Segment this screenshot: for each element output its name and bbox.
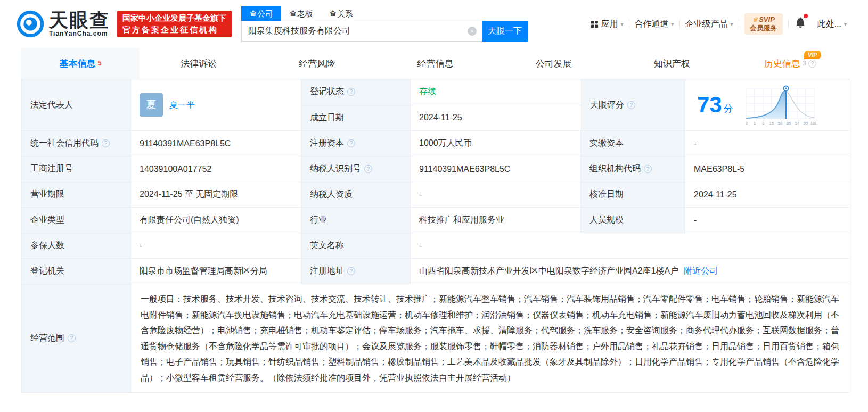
tab-business-risk[interactable]: 经营风险 xyxy=(258,48,376,79)
taxpayer-id-label-text: 纳税人识别号 xyxy=(310,163,361,175)
table-row: 法定代表人 夏 夏一平 登记状态 ? 存续 成立日期 2024-11 xyxy=(22,79,849,131)
field-taxpayer-id-value: 91140391MAE63P8L5C xyxy=(411,156,581,182)
cert-line2: 官方备案企业征信机构 xyxy=(122,24,226,36)
field-industry-value: 科技推广和应用服务业 xyxy=(411,208,581,233)
svg-text:15: 15 xyxy=(769,121,774,126)
clear-search-icon[interactable]: ✕ xyxy=(468,27,477,36)
tab-intellectual-property-label: 知识产权 xyxy=(654,57,690,70)
tab-legal-litigation-label: 法律诉讼 xyxy=(181,57,217,70)
tab-business-risk-label: 经营风险 xyxy=(299,57,335,70)
field-reg-authority-label: 登记机关 xyxy=(22,259,131,284)
apps-menu[interactable]: 应用 ▾ xyxy=(585,19,629,30)
help-icon[interactable]: ? xyxy=(102,139,110,147)
field-address-value: 山西省阳泉高新技术产业开发区中电阳泉数字经济产业园A2座1楼A户 附近公司 xyxy=(411,259,849,284)
vip-badge: VIP xyxy=(804,51,821,59)
tab-intellectual-property[interactable]: 知识产权 xyxy=(613,48,731,79)
field-credit-code-value: 91140391MAE63P8L5C xyxy=(131,131,301,156)
taxpayer-qual-value-text: - xyxy=(419,190,422,200)
svg-text:85: 85 xyxy=(787,121,791,126)
industry-label-text: 行业 xyxy=(310,215,327,226)
notification-dot xyxy=(804,14,808,18)
legal-rep-link[interactable]: 夏一平 xyxy=(169,100,195,111)
legal-rep-avatar[interactable]: 夏 xyxy=(140,93,163,117)
insured-label-text: 参保人数 xyxy=(30,240,64,251)
field-company-type-value: 有限责任公司(自然人独资) xyxy=(131,208,301,233)
tab-history-info-label: 历史信息 xyxy=(764,57,800,70)
search-tab-boss[interactable]: 查老板 xyxy=(281,6,321,21)
tianyancha-logo[interactable]: 天眼查 TianYanCha.com xyxy=(16,10,110,38)
establish-date-label-text: 成立日期 xyxy=(310,112,344,123)
paid-capital-label-text: 实缴资本 xyxy=(589,138,624,149)
notification-bell-button[interactable] xyxy=(789,17,812,31)
tab-basic-info[interactable]: 基本信息 5 xyxy=(21,48,140,79)
help-icon[interactable]: ? xyxy=(627,101,635,109)
field-reg-capital-label: 注册资本 ? xyxy=(301,131,411,156)
reg-status-label-text: 登记状态 xyxy=(310,86,344,97)
chevron-down-icon: ▾ xyxy=(672,21,674,27)
help-icon[interactable]: ? xyxy=(808,60,816,68)
field-industry-label: 行业 xyxy=(301,208,411,233)
enterprise-products-menu[interactable]: 企业级产品 ▾ xyxy=(680,19,739,30)
field-taxpayer-qual-value: - xyxy=(411,182,581,207)
field-taxpayer-qual-label: 纳税人资质 xyxy=(301,182,411,207)
table-row: 营业期限 2024-11-25 至 无固定期限 纳税人资质 - 核准日期 202… xyxy=(22,182,849,208)
bell-icon xyxy=(795,17,806,29)
field-staff-size-label: 人员规模 xyxy=(581,208,685,233)
tab-legal-litigation[interactable]: 法律诉讼 xyxy=(140,48,258,79)
table-row: 参保人数 - 英文名称 - xyxy=(22,233,849,259)
scope-label-text: 经营范围 xyxy=(30,333,64,344)
user-menu[interactable]: 此处... ▾ xyxy=(812,19,852,30)
reg-status-badge: 存续 xyxy=(419,86,436,97)
field-reg-authority-value: 阳泉市市场监督管理局高新区分局 xyxy=(131,259,301,284)
brand-domain: TianYanCha.com xyxy=(49,30,110,37)
help-icon[interactable]: ? xyxy=(347,267,355,275)
svip-service-label: 会员服务 xyxy=(750,24,777,32)
field-reg-number-value: 14039100A017752 xyxy=(131,156,301,182)
help-icon[interactable]: ? xyxy=(347,139,355,147)
cooperation-menu[interactable]: 合作通道 ▾ xyxy=(629,19,679,30)
field-company-type-label: 企业类型 xyxy=(22,208,131,233)
svg-text:50: 50 xyxy=(778,121,782,126)
search-button[interactable]: 天眼一下 xyxy=(482,21,528,42)
nearby-companies-link[interactable]: 附近公司 xyxy=(684,266,718,277)
header: 天眼查 TianYanCha.com 国家中小企业发展子基金旗下 官方备案企业征… xyxy=(0,0,868,48)
svg-text:3: 3 xyxy=(762,121,764,126)
svg-text:97: 97 xyxy=(795,121,799,126)
table-row: 经营范围 ? 一般项目：技术服务、技术开发、技术咨询、技术交流、技术转让、技术推… xyxy=(22,284,849,392)
field-address-label: 注册地址 ? xyxy=(301,259,411,284)
establish-date-value-text: 2024-11-25 xyxy=(419,113,462,122)
logo-text: 天眼查 TianYanCha.com xyxy=(49,11,110,37)
reg-capital-value-text: 1000万人民币 xyxy=(419,138,472,149)
scope-value-text: 一般项目：技术服务、技术开发、技术咨询、技术交流、技术转让、技术推广；新能源汽车… xyxy=(141,294,839,382)
chevron-down-icon: ▾ xyxy=(844,21,847,27)
table-row: 工商注册号 14039100A017752 纳税人识别号 ? 91140391M… xyxy=(22,156,849,182)
field-taxpayer-id-label: 纳税人识别号 ? xyxy=(301,156,411,182)
field-business-term-value: 2024-11-25 至 无固定期限 xyxy=(131,182,301,207)
field-approval-date-value: 2024-11-25 xyxy=(685,182,849,207)
help-icon[interactable]: ? xyxy=(364,165,372,173)
tab-business-info-label: 经营信息 xyxy=(417,57,453,70)
company-type-value-text: 有限责任公司(自然人独资) xyxy=(140,215,239,226)
svg-text:99: 99 xyxy=(804,121,808,126)
apps-grid-icon xyxy=(591,20,599,28)
field-reg-number-label: 工商注册号 xyxy=(22,156,131,182)
field-english-name-value: - xyxy=(411,233,849,258)
help-icon[interactable]: ? xyxy=(347,88,355,96)
tab-business-info[interactable]: 经营信息 xyxy=(376,48,494,79)
help-icon[interactable]: ? xyxy=(644,165,652,173)
search-input[interactable] xyxy=(241,21,482,42)
svg-text:1: 1 xyxy=(754,121,756,126)
tab-company-development[interactable]: 公司发展 xyxy=(495,48,613,79)
english-name-value-text: - xyxy=(419,241,422,251)
search-tab-company[interactable]: 查公司 xyxy=(241,6,281,21)
apps-label: 应用 xyxy=(601,19,618,30)
svip-member-button[interactable]: ♛SVIP 会员服务 xyxy=(744,13,783,35)
table-row: 统一社会信用代码 ? 91140391MAE63P8L5C 注册资本 ? 100… xyxy=(22,131,849,156)
cert-line1: 国家中小企业发展子基金旗下 xyxy=(122,12,226,24)
search-tab-relation[interactable]: 查关系 xyxy=(321,6,361,21)
paid-capital-value-text: - xyxy=(694,139,697,149)
help-icon[interactable]: ? xyxy=(68,334,76,342)
tab-history-info[interactable]: VIP 历史信息 3 ? xyxy=(731,48,849,79)
field-credit-code-label: 统一社会信用代码 ? xyxy=(22,131,131,156)
tab-basic-info-count: 5 xyxy=(97,59,101,67)
